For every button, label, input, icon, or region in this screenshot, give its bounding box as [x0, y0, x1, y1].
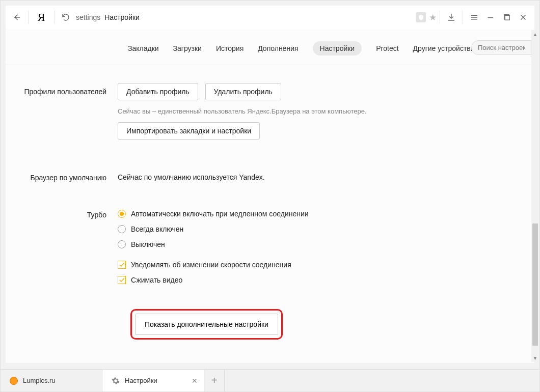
- advanced-settings-area: Показать дополнительные настройки: [6, 309, 534, 340]
- close-tab-icon[interactable]: ✕: [192, 377, 198, 385]
- scroll-down-icon[interactable]: ▼: [531, 354, 539, 362]
- menu-button[interactable]: [466, 9, 482, 25]
- tab-extensions[interactable]: Дополнения: [258, 44, 298, 52]
- browser-window: Я settings Настройки ★: [0, 0, 540, 392]
- turbo-check-label: Сжимать видео: [131, 276, 182, 284]
- radio-icon: [118, 210, 126, 218]
- toolbar-separator: [440, 11, 440, 24]
- scrollbar[interactable]: ▲ ▼: [531, 30, 539, 362]
- toolbar-separator: [463, 11, 463, 24]
- profiles-hint: Сейчас вы – единственный пользователь Ян…: [118, 107, 522, 115]
- add-profile-button[interactable]: Добавить профиль: [118, 83, 198, 100]
- gear-icon: [112, 377, 120, 385]
- maximize-button[interactable]: [499, 9, 515, 25]
- import-button[interactable]: Импортировать закладки и настройки: [118, 122, 260, 139]
- turbo-option-label: Всегда включен: [131, 225, 183, 233]
- turbo-option-auto[interactable]: Автоматически включать при медленном сое…: [118, 206, 522, 221]
- settings-search: [471, 40, 531, 55]
- tab-other-devices[interactable]: Другие устройства: [413, 44, 475, 52]
- turbo-check-label: Уведомлять об изменении скорости соедине…: [131, 261, 291, 269]
- section-turbo-title: Турбо: [6, 206, 118, 288]
- settings-body: Профили пользователей Добавить профиль У…: [6, 69, 534, 363]
- section-profiles-title: Профили пользователей: [6, 83, 118, 145]
- browser-tab-lumpics[interactable]: Lumpics.ru: [1, 370, 102, 391]
- settings-tabs: Закладки Загрузки История Дополнения Нас…: [6, 29, 534, 65]
- url-title: Настройки: [104, 13, 140, 21]
- section-turbo: Турбо Автоматически включать при медленн…: [6, 187, 534, 292]
- browser-tab-title: Настройки: [125, 377, 157, 384]
- browser-toolbar: Я settings Настройки ★: [6, 6, 534, 29]
- browser-tab-title: Lumpics.ru: [23, 377, 56, 384]
- close-window-button[interactable]: [515, 9, 531, 25]
- section-default-browser: Браузер по умолчанию Сейчас по умолчанию…: [6, 149, 534, 187]
- tab-protect[interactable]: Protect: [376, 44, 398, 52]
- bookmark-star-icon[interactable]: ★: [429, 12, 437, 23]
- checkbox-icon: [118, 261, 126, 269]
- settings-page: Закладки Загрузки История Дополнения Нас…: [6, 29, 534, 363]
- address-bar[interactable]: settings Настройки ★: [74, 12, 437, 23]
- section-profiles: Профили пользователей Добавить профиль У…: [6, 69, 534, 149]
- show-advanced-button[interactable]: Показать дополнительные настройки: [135, 314, 278, 335]
- toolbar-separator: [54, 11, 55, 24]
- scrollbar-thumb[interactable]: [532, 223, 538, 346]
- radio-icon: [118, 240, 126, 248]
- section-default-browser-title: Браузер по умолчанию: [6, 169, 118, 183]
- radio-icon: [118, 225, 126, 233]
- new-tab-button[interactable]: +: [204, 370, 225, 391]
- delete-profile-button[interactable]: Удалить профиль: [205, 83, 281, 100]
- url-scheme: settings: [76, 13, 100, 21]
- protect-icon[interactable]: [416, 12, 426, 22]
- downloads-button[interactable]: [443, 9, 460, 25]
- turbo-option-off[interactable]: Выключен: [118, 237, 522, 252]
- tab-strip: Lumpics.ru Настройки ✕ +: [1, 369, 539, 391]
- minimize-button[interactable]: [482, 9, 499, 25]
- tab-bookmarks[interactable]: Закладки: [128, 44, 159, 52]
- turbo-check-compress-video[interactable]: Сжимать видео: [118, 272, 522, 288]
- tab-downloads[interactable]: Загрузки: [173, 44, 202, 52]
- tab-settings[interactable]: Настройки: [313, 41, 362, 55]
- turbo-option-always[interactable]: Всегда включен: [118, 221, 522, 237]
- reload-button[interactable]: [58, 9, 74, 25]
- turbo-check-notify[interactable]: Уведомлять об изменении скорости соедине…: [118, 257, 522, 272]
- tab-history[interactable]: История: [216, 44, 244, 52]
- turbo-option-label: Автоматически включать при медленном сое…: [131, 210, 309, 218]
- yandex-logo[interactable]: Я: [34, 11, 49, 24]
- scroll-up-icon[interactable]: ▲: [531, 30, 539, 38]
- back-button[interactable]: [9, 9, 25, 25]
- highlight-annotation: Показать дополнительные настройки: [130, 309, 283, 340]
- turbo-option-label: Выключен: [131, 240, 165, 248]
- favicon-icon: [10, 377, 18, 385]
- settings-search-input[interactable]: [471, 40, 531, 55]
- browser-tab-settings[interactable]: Настройки ✕: [102, 370, 204, 391]
- checkbox-icon: [118, 276, 126, 284]
- default-browser-text: Сейчас по умолчанию используется Yandex.: [118, 169, 522, 181]
- toolbar-separator: [28, 11, 29, 24]
